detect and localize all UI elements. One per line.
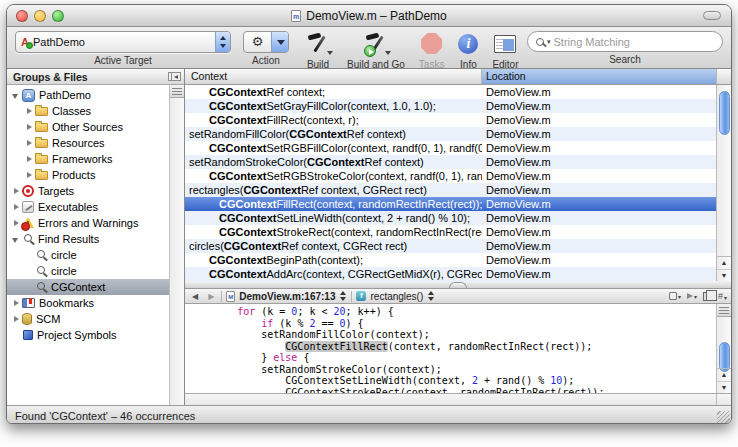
sidebar-item-frameworks[interactable]: Frameworks: [7, 151, 169, 167]
code-text[interactable]: for (k = 0; k < 20; k++) { if (k % 2 == …: [185, 304, 716, 393]
sidebar-item-cgcontext[interactable]: CGContext: [7, 279, 169, 295]
results-scrollbar[interactable]: ▲▼: [716, 85, 731, 281]
sidebar-item-find-results[interactable]: Find Results: [7, 231, 169, 247]
symbol-popup-stepper-icon[interactable]: [427, 291, 435, 301]
disclosure-triangle-icon[interactable]: [24, 138, 35, 149]
result-row[interactable]: setRandomFillColor(CGContextRef context)…: [185, 127, 731, 141]
title-bar[interactable]: m DemoView.m – PathDemo: [7, 5, 731, 27]
sidebar-item-circle[interactable]: circle: [7, 263, 169, 279]
editor-scrollbar[interactable]: ▲ ▼: [716, 304, 731, 393]
search-input[interactable]: ▾ String Matching: [527, 31, 723, 52]
magnifier-icon: [24, 234, 32, 242]
disclosure-triangle-icon[interactable]: [11, 186, 22, 197]
code-editor[interactable]: for (k = 0; k < 20; k++) { if (k % 2 == …: [185, 304, 731, 393]
disclosure-triangle-icon[interactable]: [11, 202, 22, 213]
minimize-button[interactable]: [34, 10, 46, 22]
build-button[interactable]: Build: [303, 31, 333, 70]
sidebar-collapse-icon[interactable]: [168, 72, 181, 81]
result-row[interactable]: CGContextStrokeRect(context, randomRectI…: [185, 225, 731, 239]
forward-arrow-icon[interactable]: ▶: [205, 292, 217, 301]
result-row[interactable]: CGContextAddArc(context, CGRectGetMidX(r…: [185, 267, 731, 281]
active-target-popup[interactable]: A PathDemo: [15, 31, 231, 53]
result-row[interactable]: CGContextSetRGBFillColor(context, randf(…: [185, 141, 731, 155]
sidebar-item-other-sources[interactable]: Other Sources: [7, 119, 169, 135]
editor-button[interactable]: Editor: [492, 31, 518, 70]
header-corner: [716, 69, 731, 84]
close-button[interactable]: [16, 10, 28, 22]
disclosure-triangle-icon[interactable]: [24, 170, 35, 181]
scroll-down-icon[interactable]: ▼: [717, 381, 731, 393]
disclosure-triangle-icon[interactable]: [11, 298, 22, 309]
result-row[interactable]: setRandomStrokeColor(CGContextRef contex…: [185, 155, 731, 169]
result-row[interactable]: CGContextSetLineWidth(context, 2 + rand(…: [185, 211, 731, 225]
detail-pane: Context Location CGContextRef context;De…: [185, 69, 731, 405]
sidebar-item-classes[interactable]: Classes: [7, 103, 169, 119]
disclosure-triangle-icon[interactable]: [11, 314, 22, 325]
results-scroll-thumb[interactable]: [719, 91, 730, 135]
result-context: CGContextFillRect(context, r);: [185, 113, 482, 127]
result-row[interactable]: CGContextSetGrayFillColor(context, 1.0, …: [185, 99, 731, 113]
result-row[interactable]: CGContextSetRGBStrokeColor(context, rand…: [185, 169, 731, 183]
sidebar-item-label: Targets: [38, 185, 74, 197]
scroll-up-icon[interactable]: ▲: [717, 257, 731, 269]
pane-splitter[interactable]: [185, 281, 731, 289]
editor-split-icon[interactable]: [717, 304, 731, 317]
file-popup[interactable]: DemoView.m:167:13: [239, 291, 335, 302]
splitter-dimple-icon[interactable]: [449, 282, 467, 288]
info-button[interactable]: i Info: [458, 31, 478, 70]
zoom-button[interactable]: [52, 10, 64, 22]
disclosure-triangle-icon[interactable]: [11, 90, 22, 101]
search-placeholder: String Matching: [554, 36, 630, 48]
scroll-down-icon[interactable]: ▼: [717, 269, 731, 281]
sidebar-item-pathdemo[interactable]: APathDemo: [7, 87, 169, 103]
bookmark-menu-icon[interactable]: ▾: [669, 292, 681, 300]
active-target-label: Active Target: [94, 55, 152, 66]
search-scope-arrow-icon[interactable]: ▾: [547, 38, 551, 46]
back-arrow-icon[interactable]: ◀: [189, 292, 201, 301]
result-row[interactable]: CGContextFillRect(context, randomRectInR…: [185, 197, 731, 211]
column-header-location[interactable]: Location: [482, 69, 716, 84]
disclosure-triangle-icon[interactable]: [24, 154, 35, 165]
sidebar-item-label: PathDemo: [39, 89, 91, 101]
line-number-menu-icon[interactable]: #▾: [718, 291, 727, 301]
sidebar-item-executables[interactable]: Executables: [7, 199, 169, 215]
search-icon[interactable]: [536, 38, 544, 46]
result-row[interactable]: circles(CGContextRef context, CGRect rec…: [185, 239, 731, 253]
hscroll-corner: [716, 394, 731, 405]
sidebar-item-project-symbols[interactable]: Project Symbols: [7, 327, 169, 343]
action-button[interactable]: ⚙: [243, 31, 289, 53]
counterpart-icon[interactable]: [703, 292, 712, 301]
sidebar-item-targets[interactable]: Targets: [7, 183, 169, 199]
sidebar-item-products[interactable]: Products: [7, 167, 169, 183]
toolbar-toggle-button[interactable]: [703, 11, 721, 20]
sidebar-item-scm[interactable]: SCM: [7, 311, 169, 327]
disclosure-triangle-icon[interactable]: [24, 106, 35, 117]
stop-octagon-icon: [421, 33, 442, 54]
result-row[interactable]: rectangles(CGContextRef context, CGRect …: [185, 183, 731, 197]
result-location: DemoView.m: [482, 239, 731, 253]
code-line: for (k = 0; k < 20; k++) {: [189, 306, 716, 318]
sidebar-item-bookmarks[interactable]: Bookmarks: [7, 295, 169, 311]
sidebar-item-circle[interactable]: circle: [7, 247, 169, 263]
result-row[interactable]: CGContextBeginPath(context);DemoView.m: [185, 253, 731, 267]
sidebar-item-label: Classes: [52, 105, 91, 117]
sidebar-item-label: Find Results: [38, 233, 99, 245]
column-header-context[interactable]: Context: [185, 69, 482, 84]
file-doc-icon: M: [226, 291, 235, 302]
breakpoint-menu-icon[interactable]: ▾: [687, 293, 697, 300]
sidebar-split-icon[interactable]: [170, 85, 184, 98]
disclosure-triangle-icon[interactable]: [24, 122, 35, 133]
sidebar-scrollbar[interactable]: [169, 85, 184, 405]
build-and-go-button[interactable]: Build and Go: [347, 31, 405, 70]
disclosure-triangle-icon[interactable]: [11, 234, 22, 245]
symbol-popup[interactable]: rectangles(): [370, 291, 423, 302]
scroll-up-icon[interactable]: ▲: [717, 369, 731, 381]
sidebar-item-errors-and-warnings[interactable]: Errors and Warnings: [7, 215, 169, 231]
result-row[interactable]: CGContextFillRect(context, r);DemoView.m: [185, 113, 731, 127]
resize-grip-icon[interactable]: [717, 411, 730, 424]
result-row[interactable]: CGContextRef context;DemoView.m: [185, 85, 731, 99]
sidebar-item-resources[interactable]: Resources: [7, 135, 169, 151]
file-popup-stepper-icon[interactable]: [339, 291, 347, 301]
tasks-button: Tasks: [419, 31, 445, 70]
editor-hscrollbar[interactable]: [185, 393, 731, 405]
